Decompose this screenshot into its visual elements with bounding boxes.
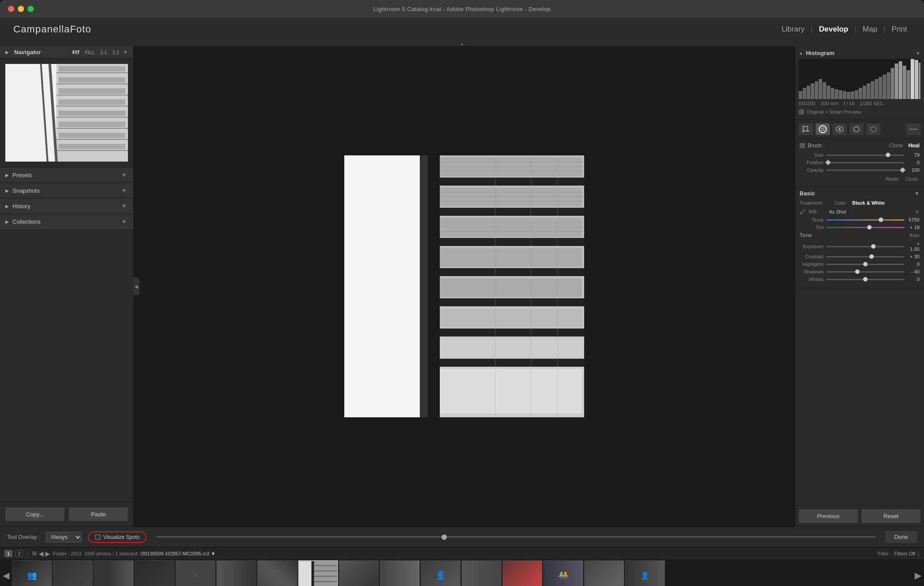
- histogram-collapse[interactable]: ▼: [916, 51, 920, 56]
- previous-button[interactable]: Previous: [799, 509, 858, 523]
- shadows-track[interactable]: [826, 271, 904, 273]
- opacity-thumb[interactable]: [900, 167, 906, 173]
- opacity-track[interactable]: [826, 170, 904, 171]
- minimize-button[interactable]: [18, 6, 24, 12]
- film-thumb-11[interactable]: 👤: [421, 560, 461, 586]
- shadows-thumb[interactable]: [855, 269, 860, 274]
- zoom-fit[interactable]: FIT: [71, 49, 81, 55]
- close-button[interactable]: [8, 6, 14, 12]
- svg-rect-85: [855, 90, 858, 99]
- zoom-1to1[interactable]: 1:1: [99, 49, 108, 55]
- feather-thumb[interactable]: [825, 160, 831, 166]
- snapshots-add[interactable]: +: [120, 186, 128, 194]
- zoom-more[interactable]: ▼: [123, 49, 128, 55]
- done-button[interactable]: Done: [885, 531, 917, 543]
- tone-auto[interactable]: Auto: [909, 233, 920, 238]
- size-thumb[interactable]: [886, 153, 890, 157]
- film-thumb-8[interactable]: [298, 560, 338, 586]
- nav-map[interactable]: Map: [859, 23, 881, 36]
- navigator-preview: [5, 64, 128, 162]
- nav-develop[interactable]: Develop: [816, 23, 852, 36]
- film-thumb-1[interactable]: 👥: [12, 560, 52, 586]
- film-thumb-4[interactable]: [135, 560, 175, 586]
- exposure-track[interactable]: [826, 246, 904, 247]
- brush-mode-heal[interactable]: Heal: [908, 143, 920, 149]
- tint-track[interactable]: [826, 227, 904, 228]
- brush-reset-btn[interactable]: Reset: [884, 175, 900, 182]
- highlights-thumb[interactable]: [863, 262, 868, 266]
- filmstrip-left-arrow[interactable]: ◀: [0, 570, 12, 581]
- temp-track[interactable]: [826, 219, 904, 221]
- feather-slider-row: Feather 0: [800, 160, 920, 165]
- filmstrip-grid-icon[interactable]: ⊞: [32, 550, 37, 557]
- tool-settings[interactable]: [906, 123, 920, 135]
- filmstrip-path[interactable]: /20130509-102857-MC0395.cr2 ▼: [140, 551, 216, 556]
- collections-add[interactable]: +: [120, 218, 128, 226]
- svg-rect-88: [867, 83, 870, 99]
- zoom-fill[interactable]: FILL: [84, 49, 96, 55]
- svg-rect-92: [883, 75, 886, 99]
- aperture-value: f / 16: [844, 101, 854, 106]
- history-header[interactable]: ▶ History ×: [0, 198, 133, 214]
- film-thumb-2[interactable]: [53, 560, 93, 586]
- tool-spot-removal[interactable]: [816, 123, 830, 135]
- treatment-bw[interactable]: Black & White: [852, 200, 884, 206]
- filmstrip-next-arrow[interactable]: ▶: [45, 550, 50, 557]
- film-thumb-3[interactable]: [94, 560, 134, 586]
- film-thumb-15[interactable]: [584, 560, 624, 586]
- basic-collapse[interactable]: ▼: [914, 190, 920, 197]
- visualize-checkbox[interactable]: [95, 535, 100, 540]
- film-thumb-6[interactable]: [216, 560, 256, 586]
- brush-close-btn[interactable]: Close: [904, 175, 920, 182]
- reset-button[interactable]: Reset: [861, 509, 920, 523]
- presets-header[interactable]: ▶ Presets +: [0, 167, 133, 182]
- left-collapse-tab[interactable]: ◀: [133, 277, 139, 295]
- tool-adjustment-brush[interactable]: [849, 123, 864, 135]
- nav-library[interactable]: Library: [778, 23, 808, 36]
- exposure-thumb[interactable]: [871, 244, 876, 249]
- collections-header[interactable]: ▶ Collections +: [0, 214, 133, 229]
- tool-crop[interactable]: [799, 123, 813, 135]
- wb-dropdown-arrow[interactable]: ▼: [915, 209, 920, 214]
- tool-redeye[interactable]: [832, 123, 847, 135]
- tint-thumb[interactable]: [867, 225, 872, 230]
- top-center-arrow[interactable]: ▲: [0, 41, 924, 46]
- film-thumb-12[interactable]: [462, 560, 502, 586]
- feather-track[interactable]: [826, 162, 904, 163]
- film-thumb-10[interactable]: [380, 560, 420, 586]
- svg-point-107: [854, 127, 859, 132]
- film-thumb-5[interactable]: ▪: [175, 560, 215, 586]
- presets-add[interactable]: +: [120, 171, 128, 179]
- highlights-track[interactable]: [826, 264, 904, 265]
- brush-mode-clone[interactable]: Clone: [889, 143, 903, 149]
- nav-print[interactable]: Print: [888, 23, 911, 36]
- zoom-1to2[interactable]: 1:2: [111, 49, 120, 55]
- copy-button[interactable]: Copy...: [5, 507, 64, 521]
- tool-graduated-filter[interactable]: [866, 123, 880, 135]
- film-thumb-9[interactable]: [339, 560, 379, 586]
- temp-thumb[interactable]: [879, 218, 883, 222]
- snapshots-header[interactable]: ▶ Snapshots +: [0, 183, 133, 198]
- history-clear[interactable]: ×: [120, 202, 128, 210]
- whites-thumb[interactable]: [863, 277, 868, 281]
- filmstrip-tab-2[interactable]: 2: [15, 550, 23, 557]
- paste-button[interactable]: Paste: [69, 507, 128, 521]
- contrast-track[interactable]: [826, 256, 904, 257]
- size-track[interactable]: [826, 154, 904, 156]
- spot-slider[interactable]: [156, 536, 876, 538]
- contrast-thumb[interactable]: [869, 254, 874, 259]
- maximize-button[interactable]: [28, 6, 34, 12]
- filmstrip-right-arrow[interactable]: ▶: [912, 570, 924, 581]
- film-thumb-14[interactable]: 🧑‍🤝‍🧑: [543, 560, 583, 586]
- film-thumb-13[interactable]: [502, 560, 542, 586]
- eyedropper-icon[interactable]: 🖊: [800, 208, 806, 215]
- filmstrip-tab-1[interactable]: 1: [4, 550, 12, 557]
- whites-track[interactable]: [826, 279, 904, 280]
- spot-slider-thumb[interactable]: [442, 535, 447, 540]
- film-thumb-7[interactable]: [257, 560, 297, 586]
- tool-overlay-select[interactable]: Always Never Selected: [46, 532, 82, 542]
- film-thumb-16[interactable]: 👤: [625, 560, 665, 586]
- smart-preview-label: Original + Smart Preview: [807, 109, 861, 115]
- filmstrip-prev-arrow[interactable]: ◀: [39, 550, 44, 557]
- treatment-color[interactable]: Color: [834, 200, 846, 206]
